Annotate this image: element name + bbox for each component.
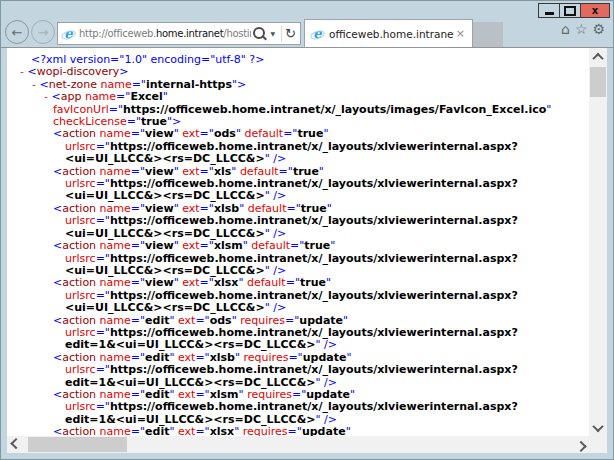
xml-element-name: action: [62, 276, 96, 289]
url-text[interactable]: http://officeweb.home.intranet/hosting/d…: [79, 28, 251, 39]
tab-close-icon[interactable]: ×: [454, 27, 467, 40]
horizontal-scroll-thumb[interactable]: [28, 437, 127, 452]
xml-attribute-value: https://officeweb.home.intranet/x/_layou…: [110, 289, 518, 302]
xml-markup: ": [235, 351, 244, 364]
maximize-button[interactable]: [559, 3, 581, 18]
xml-markup: ": [174, 165, 183, 178]
xml-attribute-value: https://officeweb.home.intranet/x/_layou…: [110, 252, 518, 265]
xml-attribute-name: ext: [178, 314, 195, 327]
xml-attribute-name: name: [100, 127, 131, 140]
xml-markup: =": [200, 165, 214, 178]
xml-element-name: action: [62, 127, 96, 140]
xml-attribute-name: name: [100, 388, 131, 401]
home-icon[interactable]: ⌂: [561, 22, 570, 36]
xml-markup: =": [200, 239, 214, 252]
xml-markup: =": [195, 351, 209, 364]
xml-attribute-value: Excel: [130, 90, 162, 103]
xml-line: <action name="edit" ext="xlsx" requires=…: [7, 426, 589, 436]
xml-attribute-name: name: [100, 165, 131, 178]
window-controls: x: [539, 3, 610, 18]
xml-markup: ">: [167, 115, 181, 128]
scrollbar-corner: [589, 436, 607, 453]
xml-attribute-name: ext: [182, 127, 199, 140]
xml-attribute-name: name: [100, 351, 131, 364]
xml-attribute-value: true: [301, 202, 327, 215]
xml-attribute-name: checkLicense: [53, 115, 127, 128]
scroll-right-button[interactable]: [572, 436, 589, 453]
close-button[interactable]: x: [580, 3, 610, 18]
xml-attribute-value: update: [303, 351, 347, 364]
refresh-icon[interactable]: ↻: [285, 27, 296, 40]
search-icon[interactable]: [253, 27, 265, 39]
xml-markup: <: [53, 239, 62, 252]
scroll-left-button[interactable]: [7, 436, 24, 453]
forward-button[interactable]: →: [31, 20, 55, 44]
xml-markup: ": [343, 314, 348, 327]
xml-markup: =": [286, 202, 300, 215]
url-prefix: http://officeweb.: [79, 28, 156, 39]
xml-attribute-value: xls: [214, 165, 231, 178]
xml-markup: =": [285, 314, 299, 327]
xml-markup: =": [131, 314, 145, 327]
xml-markup: =": [290, 239, 304, 252]
xml-attribute-name: urlsrc: [65, 140, 96, 153]
xml-attribute-name: default: [240, 165, 279, 178]
xml-tree: <?xml version="1.0" encoding="utf-8" ?>-…: [7, 48, 589, 436]
xml-element-name: action: [62, 351, 96, 364]
vertical-scroll-thumb[interactable]: [590, 67, 606, 97]
xml-attribute-value: <ui=UI_LLCC&><rs=DC_LLCC&>: [65, 264, 265, 277]
xml-markup: <: [53, 388, 62, 401]
chevron-up-icon: [592, 52, 603, 63]
xml-markup: =": [96, 252, 110, 265]
favorites-star-icon[interactable]: ☆: [575, 22, 588, 36]
xml-attribute-value: true: [300, 276, 326, 289]
xml-markup: ": [169, 314, 178, 327]
xml-attribute-name: urlsrc: [65, 177, 96, 190]
maximize-icon: [564, 6, 576, 16]
xml-markup: =": [288, 351, 302, 364]
xml-attribute-value: view: [145, 202, 174, 215]
xml-element-name: action: [62, 425, 96, 436]
xml-attribute-value: update: [299, 314, 343, 327]
xml-markup: ": [174, 202, 183, 215]
scroll-down-button[interactable]: [589, 419, 607, 436]
minimize-button[interactable]: [538, 3, 560, 18]
xml-markup: =": [131, 425, 145, 436]
xml-markup: ": [350, 388, 355, 401]
new-tab-button[interactable]: [473, 22, 503, 47]
xml-markup: =": [200, 202, 214, 215]
xml-element-name: action: [62, 202, 96, 215]
xml-markup: <: [51, 90, 60, 103]
xml-attribute-value: xlsm: [210, 388, 239, 401]
horizontal-scrollbar[interactable]: [7, 436, 589, 453]
scroll-up-button[interactable]: [589, 48, 607, 65]
xml-markup: =": [200, 127, 214, 140]
xml-attribute-name: urlsrc: [65, 363, 96, 376]
xml-attribute-value: https://officeweb.home.intranet/x/_layou…: [110, 140, 518, 153]
xml-attribute-value: ods: [210, 314, 232, 327]
vertical-scrollbar[interactable]: [589, 48, 607, 436]
xml-attribute-value: xlsx: [214, 276, 239, 289]
xml-attribute-name: favIconUrl: [53, 103, 109, 116]
xml-attribute-name: urlsrc: [65, 289, 96, 302]
settings-gear-icon[interactable]: ⚙: [592, 22, 605, 36]
dropdown-caret-icon[interactable]: ▼: [270, 30, 275, 37]
xml-attribute-name: name: [100, 276, 131, 289]
xml-attribute-value: internal-https: [146, 78, 232, 91]
xml-attribute-value: https://officeweb.home.intranet/x/_layou…: [110, 177, 518, 190]
tab-officeweb[interactable]: e officeweb.home.intranet ×: [304, 19, 473, 47]
xml-markup: ": [327, 202, 332, 215]
xml-attribute-value: view: [145, 239, 174, 252]
back-button[interactable]: ←: [5, 20, 29, 44]
xml-markup: " />: [265, 301, 286, 314]
back-arrow-icon: ←: [12, 25, 23, 40]
xml-markup: ": [239, 202, 248, 215]
chevron-down-icon: [592, 420, 603, 431]
xml-markup: <: [53, 165, 62, 178]
xml-markup: ": [231, 165, 240, 178]
xml-attribute-name: ext: [182, 276, 199, 289]
titlebar[interactable]: x: [1, 1, 613, 19]
xml-markup: =": [96, 326, 110, 339]
address-bar[interactable]: e http://officeweb.home.intranet/hosting…: [57, 22, 301, 45]
xml-attribute-value: edit=1&<ui=UI_LLCC&><rs=DC_LLCC&>: [65, 413, 315, 426]
